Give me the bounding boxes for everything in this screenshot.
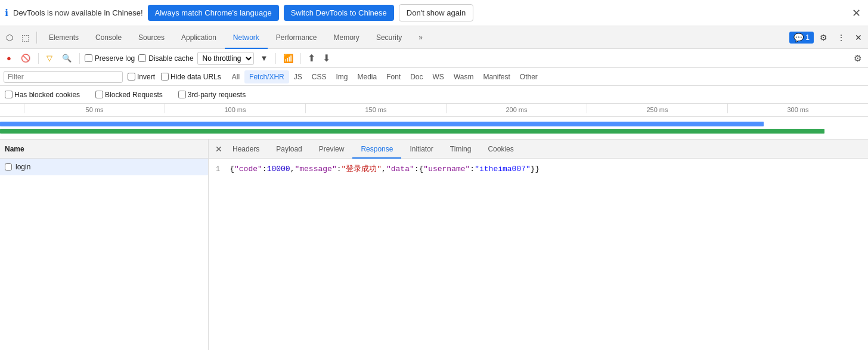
third-party-checkbox[interactable]: [178, 91, 186, 98]
disable-cache-text: Disable cache: [148, 54, 193, 63]
throttle-settings-button[interactable]: ▼: [258, 52, 271, 64]
switch-devtools-button[interactable]: Switch DevTools to Chinese: [284, 5, 394, 21]
toolbar-right: 💬 1 ⚙ ⋮ ✕: [789, 30, 866, 45]
type-fetch-xhr[interactable]: Fetch/XHR: [244, 70, 289, 83]
tab-console[interactable]: Console: [87, 26, 130, 49]
cursor-tool-button[interactable]: ⬡: [2, 30, 17, 45]
tab-application[interactable]: Application: [173, 26, 225, 49]
has-blocked-cookies-checkbox[interactable]: [5, 91, 13, 98]
timeline-ruler: 50 ms 100 ms 150 ms 200 ms 250 ms 300 ms: [0, 104, 868, 117]
name-panel: Name login: [0, 140, 209, 350]
type-doc[interactable]: Doc: [405, 70, 427, 83]
tab-sources[interactable]: Sources: [130, 26, 173, 49]
throttle-select[interactable]: No throttling Fast 3G Slow 3G: [197, 52, 254, 65]
checkbox-row: Has blocked cookies Blocked Requests 3rd…: [0, 86, 868, 104]
clear-button[interactable]: 🚫: [18, 52, 33, 64]
detail-tab-response[interactable]: Response: [352, 140, 401, 159]
has-blocked-cookies-label[interactable]: Has blocked cookies: [5, 91, 80, 99]
preserve-log-label[interactable]: Preserve log: [85, 54, 135, 63]
hide-data-urls-checkbox[interactable]: [161, 73, 169, 80]
type-ws[interactable]: WS: [428, 70, 449, 83]
settings-button[interactable]: ⚙: [816, 30, 831, 45]
timeline-bars: [0, 117, 868, 138]
ruler-mark-200: 200 ms: [446, 104, 587, 113]
third-party-label[interactable]: 3rd-party requests: [178, 91, 246, 99]
type-font[interactable]: Font: [382, 70, 405, 83]
invert-label[interactable]: Invert: [128, 73, 155, 81]
preserve-log-checkbox[interactable]: [85, 54, 92, 62]
line-number-1: 1: [216, 165, 220, 174]
type-media[interactable]: Media: [352, 70, 382, 83]
detail-tab-timing[interactable]: Timing: [442, 140, 480, 159]
controls-separator-2: [79, 53, 80, 64]
notification-bar: ℹ DevTools is now available in Chinese! …: [0, 0, 868, 26]
network-settings-button[interactable]: ⚙: [851, 52, 864, 65]
controls-separator-3: [275, 53, 276, 64]
chat-badge-button[interactable]: 💬 1: [789, 32, 814, 44]
json-val-code: 10000: [267, 165, 290, 174]
filter-funnel-button[interactable]: ▽: [44, 52, 55, 64]
type-css[interactable]: CSS: [307, 70, 331, 83]
detail-tab-cookies[interactable]: Cookies: [479, 140, 522, 159]
ruler-mark-50: 50 ms: [24, 104, 165, 113]
blocked-requests-text: Blocked Requests: [105, 91, 163, 99]
blocked-requests-checkbox[interactable]: [95, 91, 103, 98]
chat-icon: 💬: [793, 33, 804, 42]
name-row-login[interactable]: login: [0, 159, 208, 175]
timeline-bar-blue: [0, 122, 764, 126]
name-row-login-checkbox[interactable]: [5, 163, 12, 171]
detail-tab-initiator[interactable]: Initiator: [401, 140, 441, 159]
tab-memory[interactable]: Memory: [326, 26, 368, 49]
tab-network[interactable]: Network: [225, 26, 268, 49]
type-all[interactable]: All: [227, 70, 244, 83]
export-button[interactable]: ⬇: [321, 51, 332, 65]
layout-tool-button[interactable]: ⬚: [18, 30, 33, 45]
more-options-button[interactable]: ⋮: [833, 30, 849, 45]
detail-tab-payload[interactable]: Payload: [268, 140, 310, 159]
ruler-mark-250: 250 ms: [587, 104, 727, 113]
always-match-button[interactable]: Always match Chrome's language: [148, 5, 279, 21]
timeline-bar-green: [0, 129, 824, 134]
detail-tabs: ✕ Headers Payload Preview Response Initi…: [209, 140, 868, 159]
chat-count: 1: [805, 33, 810, 42]
import-button[interactable]: ⬆: [306, 51, 317, 65]
type-other[interactable]: Other: [515, 70, 542, 83]
disable-cache-label[interactable]: Disable cache: [138, 54, 193, 63]
filter-input[interactable]: [4, 71, 123, 83]
json-key-message: "message": [294, 165, 336, 174]
detail-tab-headers[interactable]: Headers: [224, 140, 268, 159]
dont-show-again-button[interactable]: Don't show again: [399, 4, 473, 21]
tab-performance[interactable]: Performance: [268, 26, 326, 49]
search-button[interactable]: 🔍: [59, 52, 75, 64]
invert-checkbox[interactable]: [128, 73, 135, 80]
tab-elements[interactable]: Elements: [41, 26, 87, 49]
disable-cache-checkbox[interactable]: [138, 54, 146, 62]
detail-close-button[interactable]: ✕: [213, 144, 224, 154]
json-key-data: "data": [386, 165, 414, 174]
main-toolbar: ⬡ ⬚ Elements Console Sources Application…: [0, 26, 868, 49]
detail-tab-preview[interactable]: Preview: [311, 140, 353, 159]
main-nav-tabs: Elements Console Sources Application Net…: [41, 26, 431, 49]
tab-security[interactable]: Security: [368, 26, 410, 49]
type-manifest[interactable]: Manifest: [478, 70, 514, 83]
devtools-close-button[interactable]: ✕: [851, 30, 866, 45]
notification-close-button[interactable]: ✕: [850, 7, 863, 20]
type-wasm[interactable]: Wasm: [449, 70, 479, 83]
type-js[interactable]: JS: [289, 70, 307, 83]
record-button[interactable]: ●: [4, 52, 14, 64]
info-icon: ℹ: [5, 7, 8, 18]
third-party-text: 3rd-party requests: [188, 91, 246, 99]
tab-more[interactable]: »: [410, 26, 431, 49]
json-key-code: "code": [234, 165, 262, 174]
network-conditions-button[interactable]: 📶: [281, 52, 296, 64]
response-line-1: 1 {"code":10000,"message":"登录成功","data":…: [216, 163, 861, 174]
blocked-requests-label[interactable]: Blocked Requests: [95, 91, 163, 99]
controls-separator-4: [300, 53, 301, 64]
ruler-mark-100: 100 ms: [165, 104, 305, 113]
name-panel-header: Name: [0, 140, 208, 159]
timeline: 50 ms 100 ms 150 ms 200 ms 250 ms 300 ms: [0, 104, 868, 140]
filter-type-row: Invert Hide data URLs All Fetch/XHR JS C…: [0, 68, 868, 86]
hide-data-urls-label[interactable]: Hide data URLs: [161, 73, 221, 81]
type-img[interactable]: Img: [331, 70, 352, 83]
json-open-brace: {: [230, 165, 234, 174]
